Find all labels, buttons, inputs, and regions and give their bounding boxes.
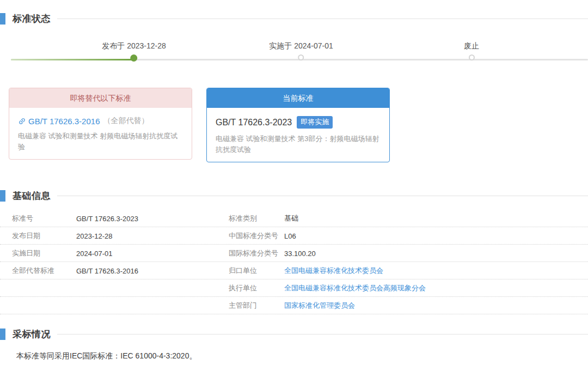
adoption-section: 采标情况 本标准等同采用IEC国际标准：IEC 61000-4-3:2020。 …: [0, 327, 588, 365]
milestone-implemented: 实施于 2024-07-01: [269, 41, 333, 60]
section-rule: [57, 196, 588, 196]
row-label-implement-date: 实施日期: [12, 248, 76, 258]
table-row: 执行单位 全国电磁兼容标准化技术委员会高频现象分会: [0, 279, 588, 297]
milestone-abolished: 废止: [464, 41, 479, 60]
row-label-competent-department: 主管部门: [229, 301, 284, 311]
adoption-section-header: 采标情况: [0, 327, 588, 340]
row-value-implement-date: 2024-07-01: [76, 250, 229, 258]
current-standard-title-line: GB/T 17626.3-2023 即将实施: [216, 116, 381, 129]
standard-detail-page: 标准状态 发布于 2023-12-28 实施于 2024-07-01 废止 即将: [0, 0, 588, 365]
row-label-ccs-code: 中国标准分类号: [229, 231, 284, 241]
section-title-adoption: 采标情况: [13, 328, 51, 340]
replaced-standard-link-line: GB/T 17626.3-2016 （全部代替）: [18, 116, 183, 126]
row-label-replaced-standard: 全部代替标准: [12, 266, 76, 276]
link-centralized-unit[interactable]: 全国电磁兼容标准化技术委员会: [284, 266, 588, 276]
current-standard-description: 电磁兼容 试验和测量技术 第3部分：射频电磁场辐射抗扰度试验: [216, 133, 381, 155]
row-value-standard-number: GB/T 17626.3-2023: [76, 215, 229, 223]
row-value-ics-code: 33.100.20: [284, 250, 588, 258]
replaced-card-body: GB/T 17626.3-2016 （全部代替） 电磁兼容 试验和测量技术 射频…: [9, 108, 192, 159]
milestone-published: 发布于 2023-12-28: [102, 41, 166, 62]
status-section: 标准状态 发布于 2023-12-28 实施于 2024-07-01 废止 即将: [0, 12, 588, 162]
replaced-standard-card: 即将替代以下标准 GB/T 17626.3-2016 （全部代替） 电磁兼容 试…: [9, 88, 192, 160]
table-row: 发布日期 2023-12-28 中国标准分类号 L06: [0, 227, 588, 245]
row-value-ccs-code: L06: [284, 232, 588, 240]
section-rule: [57, 334, 588, 334]
row-value-standard-category: 基础: [284, 214, 588, 223]
standard-cards: 即将替代以下标准 GB/T 17626.3-2016 （全部代替） 电磁兼容 试…: [9, 88, 588, 162]
milestone-implemented-label: 实施于 2024-07-01: [269, 41, 333, 51]
row-label-standard-number: 标准号: [12, 214, 76, 223]
adoption-paragraph: 本标准等同采用IEC国际标准：IEC 61000-4-3:2020。: [0, 351, 588, 362]
row-label-standard-category: 标准类别: [229, 214, 284, 223]
table-row: 标准号 GB/T 17626.3-2023 标准类别 基础: [0, 210, 588, 227]
row-value-publish-date: 2023-12-28: [76, 232, 229, 240]
current-card-header: 当前标准: [207, 88, 389, 108]
table-row: 全部代替标准 GB/T 17626.3-2016 归口单位 全国电磁兼容标准化技…: [0, 262, 588, 279]
replace-type-label: （全部代替）: [103, 116, 149, 126]
milestone-published-dot: [130, 54, 137, 62]
milestone-abolished-dot: [469, 54, 475, 60]
row-label-centralized-unit: 归口单位: [229, 266, 284, 276]
link-executive-unit[interactable]: 全国电磁兼容标准化技术委员会高频现象分会: [284, 283, 588, 293]
milestone-abolished-label: 废止: [464, 41, 479, 51]
replaced-standard-description: 电磁兼容 试验和测量技术 射频电磁场辐射抗扰度试验: [18, 131, 183, 153]
milestone-implemented-dot: [298, 54, 304, 60]
section-accent-bar: [0, 328, 5, 340]
current-standard-number: GB/T 17626.3-2023: [216, 118, 292, 127]
table-row: 主管部门 国家标准化管理委员会: [0, 297, 588, 314]
basic-info-table: 标准号 GB/T 17626.3-2023 标准类别 基础 发布日期 2023-…: [0, 210, 588, 314]
status-timeline: 发布于 2023-12-28 实施于 2024-07-01 废止: [0, 41, 588, 68]
current-card-body: GB/T 17626.3-2023 即将实施 电磁兼容 试验和测量技术 第3部分…: [207, 108, 389, 162]
section-rule: [57, 19, 588, 19]
section-accent-bar: [0, 13, 5, 25]
section-title-basic-info: 基础信息: [13, 190, 51, 202]
link-competent-department[interactable]: 国家标准化管理委员会: [284, 301, 588, 311]
row-label-publish-date: 发布日期: [12, 231, 76, 241]
section-accent-bar: [0, 190, 5, 202]
status-section-header: 标准状态: [0, 12, 588, 25]
section-title-status: 标准状态: [13, 13, 51, 25]
basic-info-section-header: 基础信息: [0, 189, 588, 202]
table-row: 实施日期 2024-07-01 国际标准分类号 33.100.20: [0, 245, 588, 262]
current-standard-card: 当前标准 GB/T 17626.3-2023 即将实施 电磁兼容 试验和测量技术…: [206, 88, 390, 162]
row-label-executive-unit: 执行单位: [229, 283, 284, 293]
milestone-published-label: 发布于 2023-12-28: [102, 41, 166, 51]
row-value-replaced-standard: GB/T 17626.3-2016: [76, 267, 229, 275]
replaced-card-header: 即将替代以下标准: [9, 88, 192, 108]
replaced-standard-link[interactable]: GB/T 17626.3-2016: [28, 117, 100, 126]
basic-info-section: 基础信息 标准号 GB/T 17626.3-2023 标准类别 基础 发布日期 …: [0, 189, 588, 314]
status-badge: 即将实施: [297, 116, 333, 129]
link-icon: [18, 117, 26, 125]
row-label-ics-code: 国际标准分类号: [229, 248, 284, 258]
